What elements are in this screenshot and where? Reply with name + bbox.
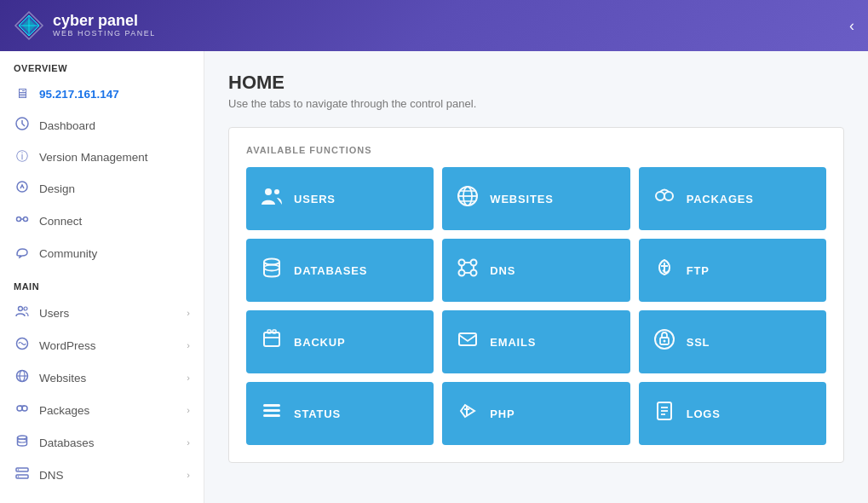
sidebar-item-packages[interactable]: Packages ›: [0, 394, 204, 426]
svg-point-32: [656, 192, 664, 200]
svg-rect-48: [459, 333, 476, 345]
databases-chevron-icon: ›: [187, 437, 190, 448]
svg-point-6: [17, 182, 27, 192]
php-func-label: PHP: [490, 408, 514, 420]
functions-panel: AVAILABLE FUNCTIONS USERS WEBSITES: [228, 127, 844, 463]
svg-point-35: [264, 265, 279, 271]
page-subtitle: Use the tabs to navigate through the con…: [228, 97, 844, 110]
sidebar-item-websites[interactable]: Websites ›: [0, 361, 204, 394]
status-function-button[interactable]: STATUS: [246, 382, 434, 445]
svg-point-34: [264, 259, 279, 265]
databases-function-button[interactable]: DATABASES: [246, 239, 434, 302]
wordpress-icon: [14, 337, 31, 354]
sidebar-item-design[interactable]: Design: [0, 172, 204, 205]
sidebar-item-community[interactable]: Community: [0, 237, 204, 269]
server-ip: 95.217.161.147: [39, 88, 190, 101]
users-icon: [14, 304, 31, 321]
packages-chevron-icon: ›: [187, 405, 190, 415]
databases-func-icon: [260, 256, 284, 285]
status-func-label: STATUS: [294, 408, 341, 420]
sidebar-toggle-button[interactable]: ‹: [849, 17, 854, 35]
packages-func-label: PACKAGES: [687, 193, 754, 205]
logs-func-label: LOGS: [687, 408, 721, 420]
svg-point-23: [18, 469, 20, 471]
design-icon: [14, 180, 31, 197]
ssl-func-label: SSL: [687, 336, 710, 349]
emails-func-label: EMAILS: [490, 336, 536, 349]
svg-rect-44: [264, 332, 279, 346]
svg-point-17: [22, 406, 27, 411]
brand-name: cyber panel: [53, 13, 156, 30]
header: cyber panel WEB HOSTING PANEL ‹: [0, 0, 868, 51]
sidebar: OVERVIEW 🖥 95.217.161.147 Dashboard ⓘ Ve…: [0, 51, 204, 503]
sidebar-item-version-management[interactable]: ⓘ Version Management: [0, 142, 204, 172]
users-chevron-icon: ›: [187, 308, 190, 318]
ssl-function-button[interactable]: SSL: [639, 310, 826, 373]
main-section-label: MAIN: [0, 269, 204, 297]
svg-point-36: [459, 260, 465, 266]
svg-point-24: [18, 476, 20, 477]
users-label: Users: [39, 307, 178, 320]
logs-func-icon: [652, 399, 676, 428]
svg-point-37: [471, 260, 477, 266]
websites-function-button[interactable]: WEBSITES: [442, 167, 629, 230]
main-content: HOME Use the tabs to navigate through th…: [204, 51, 868, 503]
backup-function-button[interactable]: BACKUP: [246, 310, 434, 373]
packages-function-button[interactable]: PACKAGES: [639, 167, 826, 230]
svg-rect-53: [263, 409, 280, 412]
svg-point-16: [17, 406, 22, 411]
ssl-func-icon: [652, 327, 676, 356]
packages-label: Packages: [39, 404, 178, 417]
users-function-button[interactable]: USERS: [246, 167, 434, 230]
svg-point-39: [471, 270, 477, 276]
websites-chevron-icon: ›: [187, 373, 190, 383]
sidebar-item-dashboard[interactable]: Dashboard: [0, 109, 204, 142]
databases-icon: [14, 434, 31, 451]
logo-area: cyber panel WEB HOSTING PANEL: [14, 10, 156, 41]
emails-func-icon: [456, 327, 480, 356]
version-management-label: Version Management: [39, 151, 190, 164]
backup-func-label: BACKUP: [294, 336, 345, 349]
ftp-func-label: FTP: [687, 264, 710, 277]
packages-func-icon: [652, 184, 676, 213]
monitor-icon: 🖥: [14, 86, 31, 101]
sidebar-item-server-ip[interactable]: 🖥 95.217.161.147: [0, 78, 204, 109]
dns-icon: [14, 466, 31, 483]
svg-rect-52: [263, 404, 280, 407]
design-label: Design: [39, 182, 190, 195]
status-func-icon: [260, 399, 284, 428]
dns-function-button[interactable]: DNS: [442, 239, 629, 302]
community-label: Community: [39, 247, 190, 260]
svg-point-20: [18, 439, 27, 442]
sidebar-item-wordpress[interactable]: WordPress ›: [0, 329, 204, 361]
websites-func-label: WEBSITES: [490, 193, 553, 205]
emails-function-button[interactable]: EMAILS: [442, 310, 629, 373]
logs-function-button[interactable]: LOGS: [639, 382, 826, 445]
brand-sub: WEB HOSTING PANEL: [53, 30, 156, 38]
svg-point-8: [24, 217, 28, 222]
sidebar-item-databases[interactable]: Databases ›: [0, 426, 204, 459]
sidebar-item-dns[interactable]: DNS ›: [0, 459, 204, 491]
overview-section-label: OVERVIEW: [0, 51, 204, 78]
users-func-label: USERS: [294, 193, 336, 205]
wordpress-chevron-icon: ›: [187, 340, 190, 350]
php-function-button[interactable]: PHP: [442, 382, 629, 445]
dashboard-label: Dashboard: [39, 119, 190, 132]
svg-point-51: [663, 340, 665, 343]
sidebar-item-users[interactable]: Users ›: [0, 297, 204, 329]
logo-text: cyber panel WEB HOSTING PANEL: [53, 13, 156, 38]
svg-point-25: [265, 188, 272, 195]
functions-grid: USERS WEBSITES PACKAGES: [246, 167, 826, 445]
logo-icon: [14, 10, 44, 41]
svg-point-33: [664, 192, 673, 200]
dns-label: DNS: [39, 469, 178, 482]
wordpress-label: WordPress: [39, 339, 178, 352]
svg-rect-54: [263, 414, 280, 417]
websites-icon: [14, 369, 31, 386]
packages-icon: [14, 402, 31, 419]
sidebar-item-connect[interactable]: Connect: [0, 205, 204, 237]
info-icon: ⓘ: [14, 149, 31, 165]
connect-label: Connect: [39, 215, 190, 228]
svg-point-38: [459, 270, 465, 276]
ftp-function-button[interactable]: FTP: [639, 239, 826, 302]
